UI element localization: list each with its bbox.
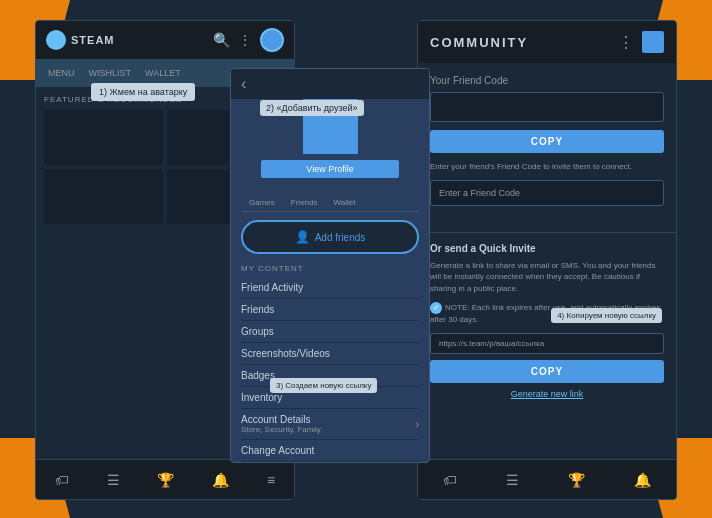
friend-code-section: Your Friend Code COPY Enter your friend'… (418, 63, 676, 228)
step3-tooltip: 3) Создаем новую ссылку (270, 378, 377, 393)
menu-item-account[interactable]: Account Details Store, Security, Family … (241, 409, 419, 440)
bell-icon[interactable]: 🔔 (212, 472, 229, 488)
list-icon[interactable]: ☰ (107, 472, 120, 488)
r-list-icon[interactable]: ☰ (506, 472, 519, 488)
tab-games[interactable]: Games (241, 194, 283, 211)
check-icon: ✓ (430, 302, 442, 314)
featured-img-1 (44, 110, 163, 165)
r-bell-icon[interactable]: 🔔 (634, 472, 651, 488)
menu-item-friend-activity[interactable]: Friend Activity (241, 277, 419, 299)
enter-placeholder: Enter a Friend Code (439, 188, 520, 198)
profile-tabs: Games Friends Wallet (241, 194, 419, 212)
menu-item-change-account[interactable]: Change Account (241, 440, 419, 462)
add-friends-button[interactable]: 👤 Add friends (241, 220, 419, 254)
invite-description: Enter your friend's Friend Code to invit… (430, 161, 664, 172)
avatar[interactable] (260, 28, 284, 52)
menu-item-screenshots[interactable]: Screenshots/Videos (241, 343, 419, 365)
r-tag-icon[interactable]: 🏷 (443, 472, 457, 488)
community-panel: COMMUNITY ⋮ Your Friend Code COPY Enter … (417, 20, 677, 500)
steam-title: STEAM (71, 34, 115, 46)
menu-items: Friend Activity Friends Groups Screensho… (231, 277, 429, 462)
trophy-icon[interactable]: 🏆 (157, 472, 174, 488)
step1-tooltip: 1) Жмем на аватарку (91, 83, 195, 101)
friend-code-label: Your Friend Code (430, 75, 664, 86)
steam-icon (46, 30, 66, 50)
copy-button-1[interactable]: COPY (430, 130, 664, 153)
search-icon[interactable]: 🔍 (213, 32, 230, 48)
back-button[interactable]: ‹ (231, 69, 429, 99)
header-icons: 🔍 ⋮ (213, 28, 284, 52)
community-header-right: ⋮ (618, 31, 664, 53)
menu-item-groups[interactable]: Groups (241, 321, 419, 343)
step2-tooltip: 2) «Добавить друзей» (260, 100, 364, 116)
step4-tooltip: 4) Копируем новую ссылку (551, 308, 662, 323)
nav-wishlist[interactable]: WISHLIST (85, 66, 136, 80)
hamburger-icon[interactable]: ≡ (267, 472, 275, 488)
steam-logo: STEAM (46, 30, 115, 50)
arrow-icon: › (416, 419, 419, 430)
nav-wallet[interactable]: WALLET (141, 66, 185, 80)
right-bottom-nav: 🏷 ☰ 🏆 🔔 (418, 459, 676, 499)
quick-invite-section: Or send a Quick Invite Generate a link t… (418, 243, 676, 407)
quick-invite-desc: Generate a link to share via email or SM… (430, 260, 664, 294)
community-header: COMMUNITY ⋮ (418, 21, 676, 63)
copy-button-2[interactable]: COPY (430, 360, 664, 383)
add-person-icon: 👤 (295, 230, 310, 244)
more-icon[interactable]: ⋮ (238, 32, 252, 48)
r-trophy-icon[interactable]: 🏆 (568, 472, 585, 488)
my-content-label: MY CONTENT (231, 264, 429, 277)
tab-wallet[interactable]: Wallet (325, 194, 363, 211)
generate-new-link[interactable]: Generate new link (430, 389, 664, 399)
friend-code-input[interactable] (430, 92, 664, 122)
nav-menu[interactable]: MENU (44, 66, 79, 80)
url-bar: https://s.team/p/ваша/ссылка (430, 333, 664, 354)
friend-code-enter[interactable]: Enter a Friend Code (430, 180, 664, 206)
main-wrapper: STEAM 🔍 ⋮ 1) Жмем на аватарку MENU WISHL… (0, 0, 712, 518)
left-bottom-nav: 🏷 ☰ 🏆 🔔 ≡ (36, 459, 294, 499)
tab-friends[interactable]: Friends (283, 194, 326, 211)
menu-item-friends[interactable]: Friends (241, 299, 419, 321)
quick-invite-title: Or send a Quick Invite (430, 243, 664, 254)
community-avatar[interactable] (642, 31, 664, 53)
community-title: COMMUNITY (430, 35, 528, 50)
featured-img-3 (44, 169, 163, 224)
steam-header: STEAM 🔍 ⋮ (36, 21, 294, 59)
profile-dropdown: ‹ View Profile Games Friends Wallet 👤 Ad… (230, 68, 430, 463)
tag-icon[interactable]: 🏷 (55, 472, 69, 488)
add-friends-label: Add friends (315, 232, 366, 243)
view-profile-button[interactable]: View Profile (261, 160, 399, 178)
divider (418, 232, 676, 233)
community-more-icon[interactable]: ⋮ (618, 33, 634, 52)
